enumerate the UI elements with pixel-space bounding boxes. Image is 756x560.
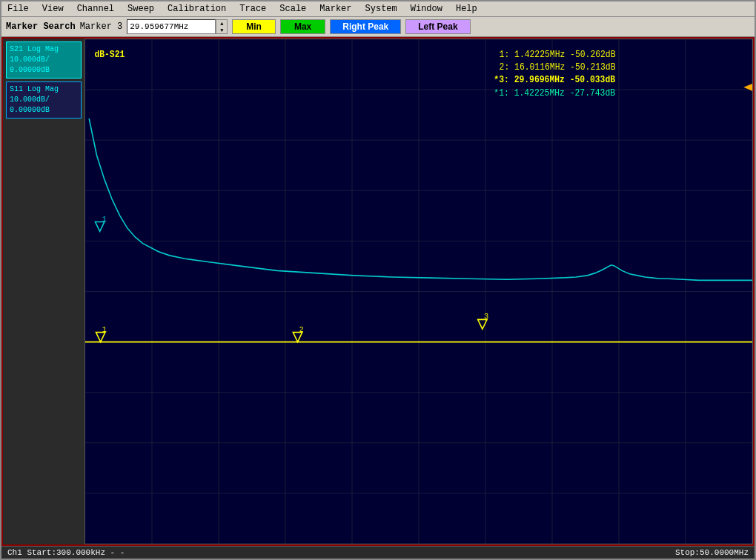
toolbar: Marker Search Marker 3 29.959677MHz ▲ ▼ … bbox=[1, 17, 755, 37]
chart-area: 10.000 0.000 -10.000 -20.000 -30.000 -40… bbox=[84, 39, 753, 544]
svg-text:3: 3 bbox=[484, 312, 488, 321]
svg-text:*1: 1.42225MHz  -27.743dB: *1: 1.42225MHz -27.743dB bbox=[494, 87, 615, 97]
left-peak-button[interactable]: Left Peak bbox=[405, 19, 470, 34]
menubar: File View Channel Sweep Calibration Trac… bbox=[1, 1, 755, 17]
menu-system[interactable]: System bbox=[362, 3, 400, 15]
statusbar: Ch1 Start:300.000kHz - - Stop:50.0000MHz bbox=[1, 546, 755, 559]
trace-s21-name: S21 Log Mag bbox=[10, 44, 78, 55]
marker-search-label: Marker Search bbox=[6, 21, 76, 32]
svg-text:1: 1 bbox=[102, 215, 107, 224]
menu-sweep[interactable]: Sweep bbox=[125, 3, 157, 15]
menu-scale[interactable]: Scale bbox=[276, 3, 309, 15]
right-peak-button[interactable]: Right Peak bbox=[330, 19, 401, 34]
main-area: S21 Log Mag 10.000dB/ 0.00000dB S11 Log … bbox=[1, 37, 755, 546]
menu-trace[interactable]: Trace bbox=[236, 3, 269, 15]
trace-s11-ref: 0.00000dB bbox=[10, 105, 78, 116]
svg-text:1: 1.42225MHz  -50.262dB: 1: 1.42225MHz -50.262dB bbox=[500, 50, 616, 59]
marker-number-label: Marker 3 bbox=[80, 21, 123, 32]
menu-help[interactable]: Help bbox=[453, 3, 480, 15]
svg-text:2: 16.0116MHz  -50.213dB: 2: 16.0116MHz -50.213dB bbox=[500, 62, 616, 72]
menu-window[interactable]: Window bbox=[408, 3, 445, 15]
trace-s11-scale: 10.000dB/ bbox=[10, 95, 78, 105]
status-left: Ch1 Start:300.000kHz - - bbox=[7, 548, 125, 557]
max-button[interactable]: Max bbox=[280, 19, 325, 34]
menu-file[interactable]: File bbox=[4, 3, 32, 15]
menu-channel[interactable]: Channel bbox=[74, 3, 117, 15]
status-right: Stop:50.0000MHz bbox=[675, 548, 749, 557]
trace-s21-scale: 10.000dB/ bbox=[10, 55, 78, 65]
trace-s21-ref: 0.00000dB bbox=[10, 65, 78, 76]
menu-marker[interactable]: Marker bbox=[316, 3, 354, 15]
trace-s11-info[interactable]: S11 Log Mag 10.000dB/ 0.00000dB bbox=[6, 81, 82, 119]
marker-spinner[interactable]: ▲ ▼ bbox=[216, 19, 228, 34]
trace-s21-info[interactable]: S21 Log Mag 10.000dB/ 0.00000dB bbox=[6, 41, 82, 79]
menu-view[interactable]: View bbox=[39, 3, 67, 15]
svg-text:2: 2 bbox=[299, 324, 304, 333]
spinner-down[interactable]: ▼ bbox=[216, 27, 227, 33]
left-panel: S21 Log Mag 10.000dB/ 0.00000dB S11 Log … bbox=[3, 39, 84, 544]
min-button[interactable]: Min bbox=[232, 19, 276, 34]
marker-value-input[interactable]: 29.959677MHz bbox=[127, 19, 216, 34]
spinner-up[interactable]: ▲ bbox=[216, 20, 227, 27]
svg-text:*3: 29.9696MHz  -50.033dB: *3: 29.9696MHz -50.033dB bbox=[494, 75, 615, 84]
dbs21-label: dB-S21 bbox=[94, 50, 125, 59]
trace-s11-name: S11 Log Mag bbox=[10, 84, 78, 95]
svg-text:1: 1 bbox=[102, 324, 107, 333]
menu-calibration[interactable]: Calibration bbox=[165, 3, 229, 15]
